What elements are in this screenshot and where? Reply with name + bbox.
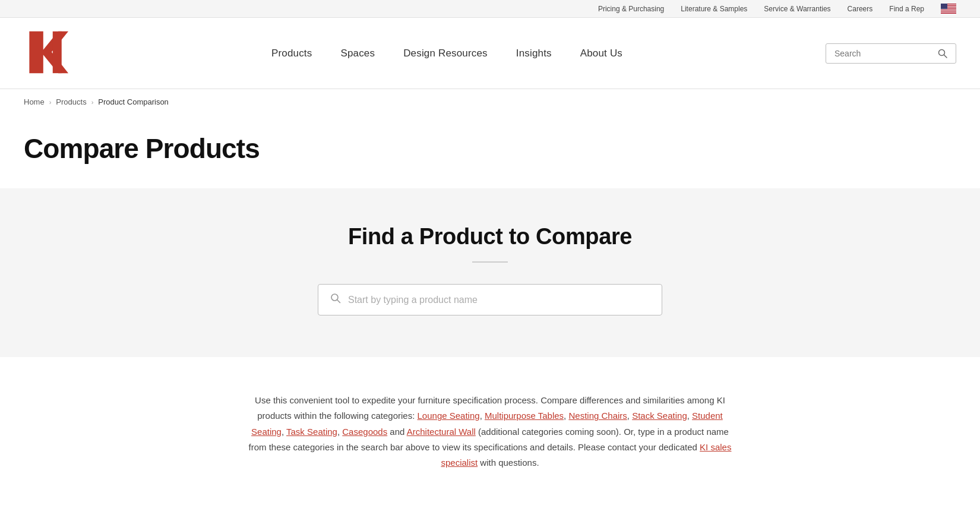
header-search-box[interactable]: [826, 43, 956, 64]
architectural-wall-link[interactable]: Architectural Wall: [407, 427, 476, 437]
svg-rect-9: [941, 11, 956, 11]
desc-and: and: [387, 427, 407, 437]
find-a-rep-link[interactable]: Find a Rep: [889, 5, 924, 13]
svg-rect-7: [941, 9, 956, 10]
lounge-seating-link[interactable]: Lounge Seating: [418, 411, 480, 421]
compare-heading: Find a Product to Compare: [348, 224, 632, 250]
logo[interactable]: [24, 29, 68, 78]
svg-rect-8: [941, 10, 956, 10]
breadcrumb: Home › Products › Product Comparison: [0, 89, 980, 115]
breadcrumb-sep-1: ›: [49, 99, 52, 106]
svg-rect-11: [941, 12, 956, 12]
desc-comma-1: ,: [480, 411, 485, 421]
desc-comma-6: ,: [337, 427, 342, 437]
flag-icon[interactable]: [941, 4, 956, 14]
nav-design-resources[interactable]: Design Resources: [403, 48, 488, 59]
svg-marker-14: [29, 31, 68, 72]
svg-line-19: [337, 300, 340, 303]
svg-rect-10: [941, 11, 956, 12]
description-text: Use this convenient tool to expedite you…: [244, 393, 736, 471]
task-seating-link[interactable]: Task Seating: [286, 427, 337, 437]
page-title: Compare Products: [24, 132, 956, 165]
breadcrumb-products[interactable]: Products: [56, 97, 86, 106]
description-section: Use this convenient tool to expedite you…: [0, 357, 980, 500]
nav-products[interactable]: Products: [271, 48, 312, 59]
careers-link[interactable]: Careers: [848, 5, 873, 13]
main-nav: Products Spaces Design Resources Insight…: [271, 48, 622, 59]
svg-rect-13: [941, 4, 947, 9]
main-header: Products Spaces Design Resources Insight…: [0, 18, 980, 89]
desc-text-end: with questions.: [478, 457, 539, 468]
nav-spaces[interactable]: Spaces: [340, 48, 375, 59]
desc-comma-4: ,: [687, 411, 692, 421]
breadcrumb-current: Product Comparison: [98, 97, 169, 106]
casegoods-link[interactable]: Casegoods: [342, 427, 387, 437]
product-search-icon: [330, 293, 341, 307]
pricing-purchasing-link[interactable]: Pricing & Purchasing: [598, 5, 664, 13]
literature-samples-link[interactable]: Literature & Samples: [681, 5, 747, 13]
compare-section: Find a Product to Compare: [0, 188, 980, 357]
breadcrumb-sep-2: ›: [91, 99, 94, 106]
nav-insights[interactable]: Insights: [516, 48, 552, 59]
product-search-bar[interactable]: [318, 284, 662, 315]
stack-seating-link[interactable]: Stack Seating: [632, 411, 687, 421]
survey-section: Survey: [0, 500, 980, 505]
svg-rect-15: [53, 31, 62, 72]
page-title-section: Compare Products: [0, 115, 980, 188]
nav-about-us[interactable]: About Us: [580, 48, 622, 59]
divider-line: [472, 261, 508, 263]
breadcrumb-home[interactable]: Home: [24, 97, 45, 106]
header-search-button[interactable]: [938, 49, 947, 58]
service-warranties-link[interactable]: Service & Warranties: [764, 5, 830, 13]
utility-bar: Pricing & Purchasing Literature & Sample…: [0, 0, 980, 18]
svg-line-17: [944, 55, 947, 58]
svg-rect-12: [941, 13, 956, 14]
product-search-input[interactable]: [348, 295, 650, 305]
desc-comma-3: ,: [627, 411, 632, 421]
header-search-input[interactable]: [834, 49, 938, 58]
multipurpose-tables-link[interactable]: Multipurpose Tables: [485, 411, 564, 421]
desc-comma-5: ,: [282, 427, 286, 437]
nesting-chairs-link[interactable]: Nesting Chairs: [568, 411, 627, 421]
